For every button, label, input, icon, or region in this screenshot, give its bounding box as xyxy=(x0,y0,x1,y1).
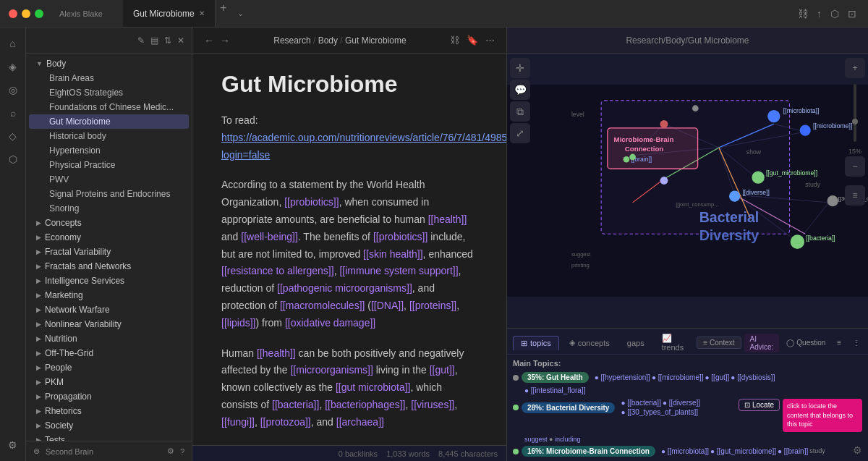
tab-trends[interactable]: 📈 trends xyxy=(655,331,692,354)
wikilink-microorganisms[interactable]: [[microorganisms]] xyxy=(290,364,373,376)
wikilink-allergens[interactable]: [[resistance to allergens]] xyxy=(221,265,334,276)
graph-icon[interactable]: ⬡ xyxy=(830,8,839,20)
link-toolbar-icon[interactable]: ⛓ xyxy=(450,35,459,46)
folder-marketing[interactable]: ▶ Marketing xyxy=(29,288,189,303)
forward-button[interactable]: → xyxy=(220,35,230,46)
file-snoring[interactable]: Snoring xyxy=(29,201,189,216)
wikilink-health[interactable]: [[health]] xyxy=(428,213,467,225)
wikilink-viruses[interactable]: [[viruses]] xyxy=(411,399,454,410)
bookmark-toolbar-icon[interactable]: 🔖 xyxy=(467,35,478,46)
tag-bacteria[interactable]: ● [[bacteria]] xyxy=(621,399,661,407)
locate-button[interactable]: ⊡ Locate xyxy=(739,399,780,411)
folder-people[interactable]: ▶ People xyxy=(29,360,189,375)
tag-microbiota[interactable]: ● [[microbiota]] xyxy=(661,447,709,455)
more-options-button[interactable]: ⋮ xyxy=(848,337,864,348)
wikilink-bacteriophages[interactable]: [[bacteriophages]] xyxy=(325,399,405,410)
minimize-button[interactable] xyxy=(22,9,30,18)
editor-content[interactable]: Gut Microbiome To read: https://academic… xyxy=(192,54,506,445)
folder-rhetorics[interactable]: ▶ Rhetorics xyxy=(29,404,189,418)
context-button[interactable]: ≡ Context xyxy=(697,337,741,349)
sidebar-icon-link[interactable]: ⬡ xyxy=(3,149,23,169)
graph-chat-icon[interactable]: 💬 xyxy=(510,80,530,100)
folder-body[interactable]: ▼ Body xyxy=(29,56,189,71)
wikilink-wellbeing[interactable]: [[well-being]] xyxy=(241,231,298,242)
file-pwv[interactable]: PWV xyxy=(29,172,189,187)
list-view-button[interactable]: ≡ xyxy=(833,337,846,348)
tag-intestinal-flora[interactable]: ● [[intestinal_flora]] xyxy=(524,386,585,394)
layout-icon[interactable]: ⊡ xyxy=(848,8,856,20)
new-note-icon[interactable]: ✎ xyxy=(137,35,145,46)
file-physical-practice[interactable]: Physical Practice xyxy=(29,158,189,172)
tab-concepts[interactable]: ◈ concepts xyxy=(562,336,617,350)
graph-copy-icon[interactable]: ⧉ xyxy=(510,101,530,122)
sidebar-icon-search[interactable]: ⌕ xyxy=(3,103,23,123)
external-link[interactable]: https://academic.oup.com/nutritionreview… xyxy=(221,132,506,161)
wikilink-gut[interactable]: [[gut]] xyxy=(430,364,455,376)
link-icon[interactable]: ⛓ xyxy=(798,8,808,20)
folder-nutrition[interactable]: ▶ Nutrition xyxy=(29,331,189,346)
sidebar-icon-brain[interactable]: ◈ xyxy=(3,56,23,77)
maximize-button[interactable] xyxy=(35,9,43,18)
panel-settings-icon[interactable]: ⚙ xyxy=(853,444,862,457)
folder-network-warfare[interactable]: ▶ Network Warfare xyxy=(29,303,189,317)
vault-help-icon[interactable]: ? xyxy=(180,447,184,456)
wikilink-oxidative[interactable]: [[oxidative damage]] xyxy=(285,317,375,329)
folder-propagation[interactable]: ▶ Propagation xyxy=(29,389,189,404)
tag-gut-microbiome[interactable]: ● [[gut_microbiome]] xyxy=(710,447,776,455)
wikilink-health2[interactable]: [[health]] xyxy=(257,347,296,359)
sidebar-icon-graph[interactable]: ◎ xyxy=(3,80,23,100)
folder-nonlinear[interactable]: ▶ Nonlinear Variability xyxy=(29,317,189,331)
graph-canvas[interactable]: Microbiome-Brain Connection [[brain]] [[… xyxy=(507,54,868,328)
sidebar-icon-settings[interactable]: ⚙ xyxy=(3,435,23,455)
file-brain-areas[interactable]: Brain Areas xyxy=(29,71,189,85)
more-toolbar-icon[interactable]: ⋯ xyxy=(485,35,495,46)
tag-diverse[interactable]: ● [[diverse]] xyxy=(663,399,700,407)
wikilink-probiotics[interactable]: [[probiotics]] xyxy=(284,196,339,208)
folder-concepts[interactable]: ▶ Concepts xyxy=(29,216,189,230)
wikilink-gut-microbiota[interactable]: [[gut microbiota]] xyxy=(336,381,411,393)
graph-zoom-out-icon[interactable]: − xyxy=(845,156,865,177)
ai-advice-button[interactable]: AI Advice: xyxy=(744,334,780,352)
graph-settings-icon[interactable]: ≡ xyxy=(845,185,865,206)
tag-brain[interactable]: ● [[brain]] xyxy=(778,447,808,455)
wikilink-fungi[interactable]: [[fungi]] xyxy=(221,416,255,428)
wikilink-proteins[interactable]: [[proteins]] xyxy=(409,300,456,311)
graph-navigate-icon[interactable]: ✛ xyxy=(510,58,530,78)
tab-gaps[interactable]: gaps xyxy=(620,337,652,350)
tag-gut[interactable]: ● [[gut]] xyxy=(705,373,730,381)
close-button[interactable] xyxy=(9,9,17,18)
folder-fractal-variability[interactable]: ▶ Fractal Variability xyxy=(29,245,189,259)
folder-tests[interactable]: ▶ Tests xyxy=(29,433,189,441)
file-hypertension[interactable]: Hypertension xyxy=(29,143,189,158)
graph-zoom-handle[interactable] xyxy=(852,119,858,124)
folder-off-grid[interactable]: ▶ Off-The-Grid xyxy=(29,346,189,360)
tag-hypertension[interactable]: ● [[hypertension]] xyxy=(595,373,650,381)
folder-society[interactable]: ▶ Society xyxy=(29,418,189,433)
graph-zoom-bar[interactable] xyxy=(854,84,856,142)
file-signal-proteins[interactable]: Signal Proteins and Endocrines xyxy=(29,187,189,201)
close-panel-icon[interactable]: ✕ xyxy=(177,35,184,46)
wikilink-probiotics2[interactable]: [[probiotics]] xyxy=(373,231,427,242)
graph-zoom-in-icon[interactable]: + xyxy=(845,58,865,78)
active-tab[interactable]: Gut Microbiome ✕ xyxy=(123,0,216,27)
tab-close-icon[interactable]: ✕ xyxy=(199,9,205,17)
breadcrumb-research[interactable]: Research xyxy=(273,35,310,46)
file-gut-microbiome[interactable]: Gut Microbiome xyxy=(29,114,189,129)
wikilink-pathogenic[interactable]: [[pathogenic microorganisms]] xyxy=(277,282,412,294)
wikilink-archaea[interactable]: [[archaea]] xyxy=(336,416,384,428)
folder-fractals-networks[interactable]: ▶ Fractals and Networks xyxy=(29,259,189,274)
tag-microbiome[interactable]: ● [[microbiome]] xyxy=(652,373,704,381)
tag-including[interactable]: including xyxy=(555,436,581,443)
sidebar-icon-tag[interactable]: ◇ xyxy=(3,126,23,146)
tag-suggest[interactable]: suggest xyxy=(524,436,548,443)
back-button[interactable]: ← xyxy=(204,35,214,46)
file-eightos[interactable]: EightOS Strategies xyxy=(29,85,189,100)
tag-dysbiosis[interactable]: ● [[dysbiosis]] xyxy=(731,373,775,381)
vault-settings-icon[interactable]: ⚙ xyxy=(167,447,174,456)
tag-30plants[interactable]: ● [[30_types_of_plants]] xyxy=(621,408,698,416)
file-foundations[interactable]: Foundations of Chinese Medic... xyxy=(29,100,189,114)
wikilink-skin-health[interactable]: [[skin health]] xyxy=(363,248,423,260)
wikilink-protozoa[interactable]: [[protozoa]] xyxy=(260,416,311,428)
sort-icon[interactable]: ⇅ xyxy=(164,35,171,46)
new-folder-icon[interactable]: ▤ xyxy=(150,35,158,46)
